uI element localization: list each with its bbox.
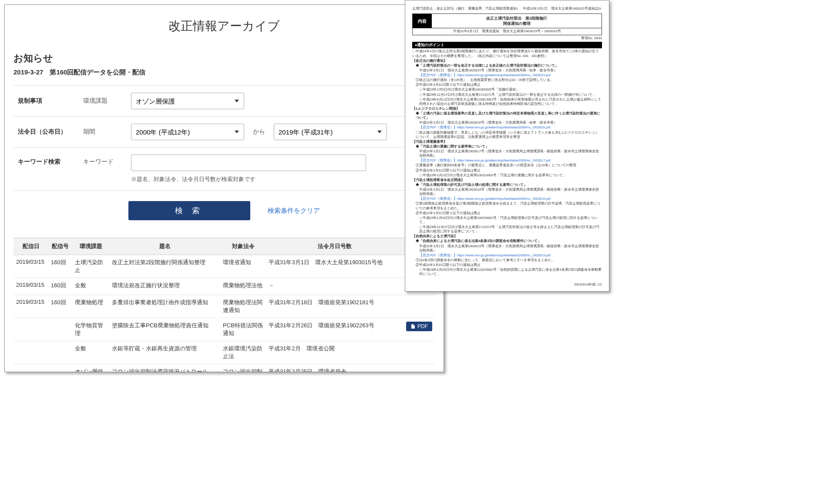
- label-regulation: 規制事項: [13, 97, 74, 105]
- preview-section-point: ●通知のポイント: [412, 42, 602, 48]
- file-icon: [410, 323, 416, 329]
- table-cell: フロン排出抑制法遵守状況パトロール: [109, 364, 220, 373]
- sublabel-period: 期間: [83, 128, 122, 136]
- col-cat: 環境課題: [72, 238, 109, 255]
- preview-body: 〇平成31年4月の改正土対法第2段階施行にあたり、施行通知を含め環境省から都道府…: [412, 49, 602, 276]
- table-row: オゾン層保護フロン排出抑制法遵守状況パトロールフロン排出抑制平成31年2月25日…: [13, 364, 435, 373]
- label-law-date: 法令日（公布日）: [13, 128, 74, 136]
- table-cell: [13, 318, 48, 341]
- label-keyword: キーワード検索: [13, 155, 74, 166]
- table-cell: [13, 364, 48, 373]
- row-keyword: キーワード検索 キーワード ※題名、対象法令、法令月日号数が検索対象です: [13, 148, 435, 191]
- table-cell: 塗膜除去工事PCB廃棄物処理責任通知: [109, 318, 220, 341]
- table-cell: 廃棄物処理: [72, 295, 109, 318]
- table-cell: 全般: [72, 278, 109, 295]
- table-cell: PCB特措法関係通知: [220, 318, 266, 341]
- table-row: 化学物質管理塗膜除去工事PCB廃棄物処理責任通知PCB特措法関係通知平成31年2…: [13, 318, 435, 341]
- table-row: 全般水銀等貯蔵・水銀再生資源の管理水銀環境汚染防止法平成31年2月 環境省公開: [13, 341, 435, 364]
- keyword-input[interactable]: [131, 155, 366, 171]
- table-cell: 水銀環境汚染防止法: [220, 341, 266, 364]
- table-row: 2019/03/15160回全般環境法規改正施行状況整理廃棄物処理法他－PDF: [13, 278, 435, 295]
- table-cell: 2019/03/15: [13, 295, 48, 318]
- table-cell: [48, 364, 72, 373]
- document-preview-panel: 土壌汚染防止：改正土対法（施行、運搬基準、汚染土壌処理業通知） 平成31年3月1…: [405, 0, 609, 292]
- col-num: 法令月日号数: [266, 238, 403, 255]
- preview-top-right: 平成31年3月1日 環水大土発第1903015号通知ほか: [523, 7, 602, 11]
- page-title: 改正情報アーカイブ: [13, 18, 435, 34]
- row-law-date: 法令日（公布日） 期間 2000年 (平成12年) から 2019年 (平成31…: [13, 117, 435, 148]
- table-cell-pdf: [403, 364, 435, 373]
- notice-line: 2019-3-27 第160回配信データを公開・配信: [13, 68, 435, 77]
- year-from-select[interactable]: 2000年 (平成12年): [131, 124, 244, 140]
- button-row: 検 索 検索条件をクリア: [13, 191, 435, 238]
- table-cell: 廃棄物処理法他: [220, 278, 266, 295]
- preview-box-left-label: 内容: [413, 14, 432, 28]
- col-date: 配信日: [13, 238, 48, 255]
- table-cell: 2019/03/15: [13, 255, 48, 278]
- search-form: 規制事項 環境課題 オゾン層保護 法令日（公布日） 期間 2000年: [13, 85, 435, 238]
- year-to-select[interactable]: 2019年 (平成31年): [274, 124, 387, 140]
- table-cell: 2019/03/15: [13, 278, 48, 295]
- table-cell-pdf: PDF: [403, 318, 435, 341]
- col-law: 対象法令: [220, 238, 266, 255]
- table-cell: 平成31年2月 環境省公開: [266, 341, 403, 364]
- table-cell: 廃棄物処理法関連通知: [220, 295, 266, 318]
- table-row: 2019/03/15160回廃棄物処理多量排出事業者処理計画作成指導通知廃棄物処…: [13, 295, 435, 318]
- row-regulation: 規制事項 環境課題 オゾン層保護: [13, 86, 435, 117]
- table-cell: 平成31年3月1日 環水大土発第1903015号他: [266, 255, 403, 278]
- table-cell: オゾン層保護: [72, 364, 109, 373]
- archive-search-panel: 改正情報アーカイブ お知らせ 2019-3-27 第160回配信データを公開・配…: [4, 4, 444, 372]
- between-label: から: [253, 128, 265, 136]
- table-cell: －: [266, 278, 403, 295]
- preview-title-box: 内容 改正土壌汚染対策法 第2段階施行 関係通知の整理 平成31年3月1日 環境…: [412, 13, 602, 35]
- table-cell: 160回: [48, 255, 72, 278]
- table-cell: 環境法規改正施行状況整理: [109, 278, 220, 295]
- pdf-button[interactable]: PDF: [406, 322, 432, 331]
- preview-top-left: 土壌汚染防止：改正土対法（施行、運搬基準、汚染土壌処理業通知）: [412, 7, 520, 11]
- clear-button[interactable]: 検索条件をクリア: [268, 207, 320, 215]
- table-cell-pdf: [403, 295, 435, 318]
- table-cell: 平成31年2月26日 環循規発第1902263号: [266, 318, 403, 341]
- preview-seiri-no: 整理No. 0433: [412, 36, 602, 41]
- search-button[interactable]: 検 索: [128, 201, 250, 220]
- preview-footer: 2019/3/14作成: 1/1: [574, 282, 602, 287]
- table-cell: [48, 341, 72, 364]
- table-cell: フロン排出抑制: [220, 364, 266, 373]
- env-issue-select[interactable]: オゾン層保護: [131, 93, 244, 109]
- table-cell: 全般: [72, 341, 109, 364]
- notice-heading: お知らせ: [13, 52, 435, 65]
- table-cell: [48, 318, 72, 341]
- table-cell: 多量排出事業者処理計画作成指導通知: [109, 295, 220, 318]
- table-cell: 環境省通知: [220, 255, 266, 278]
- preview-box-title: 改正土壌汚染対策法 第2段階施行 関係通知の整理: [432, 14, 602, 28]
- table-cell: 水銀等貯蔵・水銀再生資源の管理: [109, 341, 220, 364]
- preview-box-subtitle: 平成31年3月1日 環境省通知 環水大土発第1903015号～1903019号: [413, 28, 602, 35]
- table-cell: 160回: [48, 295, 72, 318]
- table-cell: 平成31年2月25日 環境省発表: [266, 364, 403, 373]
- table-cell: 土壌汚染防止: [72, 255, 109, 278]
- results-table: 配信日 配信号 環境課題 題名 対象法令 法令月日号数 2019/03/1516…: [13, 238, 435, 372]
- table-cell: [13, 341, 48, 364]
- table-row: 2019/03/15160回土壌汚染防止改正土対法第2段階施行関係通知整理環境省…: [13, 255, 435, 278]
- table-header-row: 配信日 配信号 環境課題 題名 対象法令 法令月日号数: [13, 238, 435, 255]
- table-cell: 平成31年2月18日 環循規発第1902181号: [266, 295, 403, 318]
- table-cell-pdf: [403, 341, 435, 364]
- table-cell: 160回: [48, 278, 72, 295]
- sublabel-keyword: キーワード: [83, 155, 122, 166]
- table-cell: 化学物質管理: [72, 318, 109, 341]
- keyword-hint: ※題名、対象法令、法令月日号数が検索対象です: [131, 175, 435, 183]
- col-issue: 配信号: [48, 238, 72, 255]
- table-cell: 改正土対法第2段階施行関係通知整理: [109, 255, 220, 278]
- col-title: 題名: [109, 238, 220, 255]
- sublabel-env-issue: 環境課題: [83, 97, 122, 105]
